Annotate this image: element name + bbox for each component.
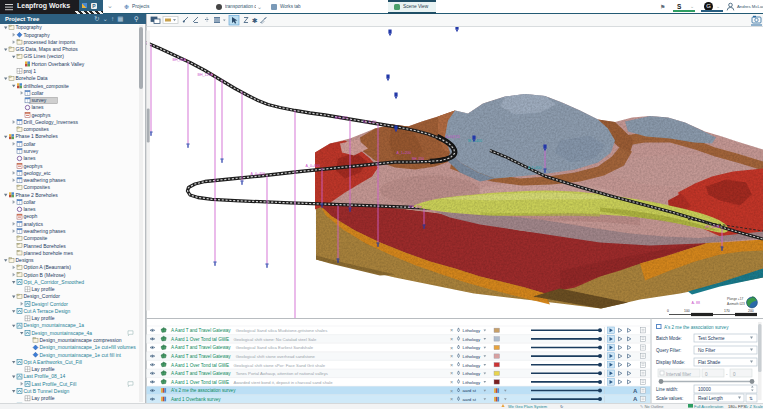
svg-text:A: A <box>633 396 638 402</box>
svg-text:-: - <box>726 372 728 377</box>
svg-text:A: A <box>633 388 638 394</box>
svg-text:Geological shift stone overhea: Geological shift stone overhead sandston… <box>236 354 316 359</box>
svg-text:A Aard T and Travel Gateway: A Aard T and Travel Gateway <box>171 354 231 359</box>
svg-text:Lithology: Lithology <box>463 371 481 376</box>
svg-text:×: × <box>450 327 453 333</box>
svg-text:Test Scheme: Test Scheme <box>698 336 725 341</box>
svg-text:×: × <box>450 345 453 351</box>
svg-text:Scale values:: Scale values: <box>656 396 683 401</box>
svg-text:Lithology: Lithology <box>463 380 481 385</box>
svg-text:Tones Portal Awhaup, attention: Tones Portal Awhaup, attention of nation… <box>236 371 328 376</box>
svg-text:×: × <box>450 379 453 385</box>
svg-text:0: 0 <box>705 372 708 377</box>
svg-text:Aard 1 Overbank survey: Aard 1 Overbank survey <box>171 397 221 402</box>
svg-text:×: × <box>450 336 453 342</box>
svg-text:aard st: aard st <box>463 388 477 393</box>
svg-text:Batch Mode:: Batch Mode: <box>656 336 682 341</box>
svg-text:×: × <box>450 362 453 368</box>
svg-text:Lithology: Lithology <box>463 337 481 342</box>
svg-text:aard st: aard st <box>463 397 477 402</box>
svg-text:⇅: ⇅ <box>749 396 753 401</box>
svg-text:A Aard T and Travel Gateway: A Aard T and Travel Gateway <box>171 371 231 376</box>
svg-text:A Aard 1 Over Tond tal GWE: A Aard 1 Over Tond tal GWE <box>171 380 229 385</box>
svg-text:10000: 10000 <box>698 387 711 392</box>
svg-text:Line width:: Line width: <box>656 387 678 392</box>
svg-text:Real Length: Real Length <box>698 396 723 401</box>
svg-text:↻: ↻ <box>560 404 563 409</box>
svg-text:A's 2 me the association surve: A's 2 me the association survey <box>171 388 236 393</box>
svg-text:No Filter: No Filter <box>698 348 716 353</box>
svg-text:Lithology: Lithology <box>463 363 481 368</box>
svg-text:A Aard 1 Over Tond tal GWE: A Aard 1 Over Tond tal GWE <box>171 363 229 368</box>
svg-text:180+ FPS: 180+ FPS <box>728 404 746 409</box>
svg-text:Query Filter:: Query Filter: <box>656 348 681 353</box>
svg-text:×: × <box>450 370 453 376</box>
svg-text:Awarded stent bond it, deposit: Awarded stent bond it, deposit in charco… <box>234 380 334 385</box>
svg-text:Lithology: Lithology <box>463 354 481 359</box>
svg-text:Flat Shade: Flat Shade <box>698 360 721 365</box>
svg-text:Geological shift stone sPor: F: Geological shift stone sPor: Face Sand G… <box>234 363 326 368</box>
svg-text:We Geo Plain System: We Geo Plain System <box>508 404 548 409</box>
svg-text:✎ No Outline: ✎ No Outline <box>640 404 664 409</box>
svg-text:×: × <box>450 388 453 394</box>
svg-text:A Aard 1 Over Tond tal GWE: A Aard 1 Over Tond tal GWE <box>171 337 229 342</box>
svg-text:Lithology: Lithology <box>463 328 481 333</box>
svg-text:Interval filter: Interval filter <box>666 372 691 377</box>
svg-text:Geological shift stone: No Cat: Geological shift stone: No Catalad steel… <box>234 337 318 342</box>
svg-text:Geological Sand silica Earlies: Geological Sand silica Earliest Sandshal… <box>236 345 314 350</box>
svg-text:Display Mode:: Display Mode: <box>656 360 685 365</box>
svg-text:↻ Z Scale: 1.0: ↻ Z Scale: 1.0 <box>745 404 763 409</box>
svg-text:A Aard T and Travel Gateway: A Aard T and Travel Gateway <box>171 345 231 350</box>
svg-text:Full Acceleration: Full Acceleration <box>694 404 723 409</box>
svg-text:×: × <box>450 353 453 359</box>
svg-text:A's 2 me the association surve: A's 2 me the association survey <box>664 325 729 330</box>
svg-text:Geological Sand silica Mudston: Geological Sand silica Mudstone-gritston… <box>236 328 327 333</box>
svg-text:Lithology: Lithology <box>463 345 481 350</box>
svg-text:×: × <box>450 396 453 402</box>
svg-text:A Aard T and Travel Gateway: A Aard T and Travel Gateway <box>171 328 231 333</box>
svg-text:0: 0 <box>733 372 736 377</box>
